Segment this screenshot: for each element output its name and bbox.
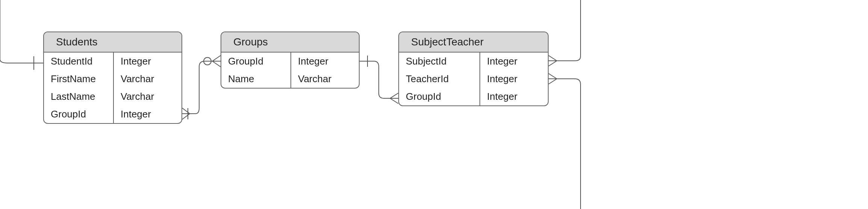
column-type: Varchar: [114, 88, 181, 105]
table-row: FirstName Varchar: [44, 70, 181, 88]
entity-groups[interactable]: Groups GroupId Integer Name Varchar: [221, 32, 360, 89]
svg-line-6: [212, 61, 221, 67]
column-type: Integer: [114, 105, 181, 123]
column-name: TeacherId: [399, 70, 480, 88]
entity-students[interactable]: Students StudentId Integer FirstName Var…: [43, 32, 182, 124]
column-name: LastName: [44, 88, 114, 105]
svg-line-11: [549, 61, 557, 66]
svg-line-1: [182, 108, 190, 114]
table-row: TeacherId Integer: [399, 70, 548, 88]
column-type: Varchar: [114, 70, 181, 88]
svg-line-10: [549, 56, 557, 61]
column-name: SubjectId: [399, 53, 480, 70]
svg-line-13: [549, 79, 557, 84]
svg-point-4: [204, 57, 211, 65]
column-name: GroupId: [399, 88, 480, 105]
svg-line-8: [390, 93, 398, 98]
entity-header-groups: Groups: [221, 32, 359, 53]
column-type: Varchar: [291, 70, 359, 88]
svg-line-9: [390, 98, 398, 104]
entity-header-students: Students: [44, 32, 181, 53]
column-name: StudentId: [44, 53, 114, 70]
table-row: SubjectId Integer: [399, 53, 548, 70]
column-name: GroupId: [221, 53, 291, 70]
table-row: Name Varchar: [221, 70, 359, 88]
svg-line-5: [212, 56, 221, 61]
column-type: Integer: [480, 88, 548, 105]
table-row: GroupId Integer: [44, 105, 181, 123]
column-name: FirstName: [44, 70, 114, 88]
table-row: GroupId Integer: [221, 53, 359, 70]
table-row: LastName Varchar: [44, 88, 181, 105]
svg-line-2: [182, 114, 190, 119]
table-row: StudentId Integer: [44, 53, 181, 70]
column-type: Integer: [480, 70, 548, 88]
entity-subject-teacher[interactable]: SubjectTeacher SubjectId Integer Teacher…: [398, 32, 549, 106]
column-name: GroupId: [44, 105, 114, 123]
table-row: GroupId Integer: [399, 88, 548, 105]
column-type: Integer: [480, 53, 548, 70]
entity-header-subject-teacher: SubjectTeacher: [399, 32, 548, 53]
column-type: Integer: [114, 53, 181, 70]
svg-line-12: [549, 74, 557, 79]
column-type: Integer: [291, 53, 359, 70]
column-name: Name: [221, 70, 291, 88]
